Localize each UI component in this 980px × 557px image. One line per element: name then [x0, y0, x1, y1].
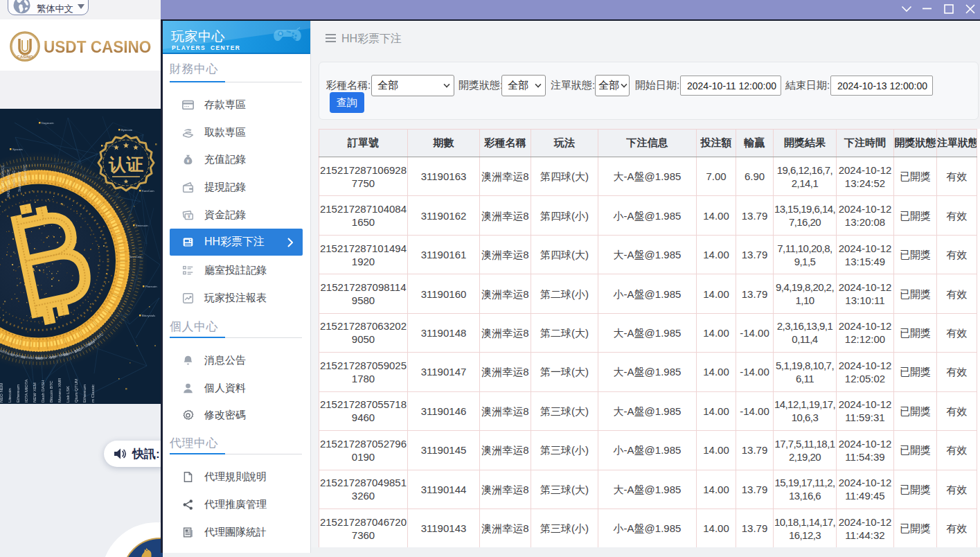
svg-text:Qtum QTUM: Qtum QTUM — [74, 379, 78, 403]
svg-text:KoreCoin: KoreCoin — [142, 189, 154, 193]
svg-text:Peercoin: Peercoin — [145, 285, 157, 288]
svg-text:Syscoin: Syscoin — [12, 148, 23, 151]
svg-text:Monero XMR: Monero XMR — [57, 378, 62, 403]
svg-text:¥: ¥ — [188, 214, 190, 219]
svg-text:认证: 认证 — [108, 154, 143, 174]
svg-text:IOTA MIOTA: IOTA MIOTA — [24, 380, 28, 403]
svg-text:CASINO: CASINO — [17, 55, 33, 59]
svg-text:Ethereum: Ethereum — [82, 384, 87, 403]
svg-text:Bitcrystals: Bitcrystals — [142, 314, 155, 317]
svg-text:m Classic: m Classic — [91, 384, 95, 403]
svg-text:Bitcoin BTC: Bitcoin BTC — [49, 380, 53, 403]
svg-text:Bytecoin: Bytecoin — [121, 128, 133, 132]
svg-text:Umbrel BTC: Umbrel BTC — [23, 164, 27, 184]
svg-text:NEW XEM: NEW XEM — [33, 382, 37, 403]
svg-text:StudioSTRAT: StudioSTRAT — [17, 171, 21, 192]
svg-text:MAESTRO ARDR: MAESTRO ARDR — [6, 170, 10, 197]
svg-text:Lisk LSK: Lisk LSK — [66, 386, 70, 403]
svg-text:Dogecoin: Dogecoin — [42, 121, 54, 125]
svg-text:Dash DASH: Dash DASH — [41, 380, 45, 403]
svg-text:¥: ¥ — [187, 158, 190, 163]
svg-text:BLOCKL WAVES: BLOCKL WAVES — [1, 165, 5, 192]
svg-text:NEO NEM: NEO NEM — [0, 383, 3, 403]
svg-text:Ethereum: Ethereum — [16, 384, 20, 403]
svg-text:Litecoin: Litecoin — [8, 388, 12, 403]
svg-text:tocks AVG: tocks AVG — [12, 170, 16, 186]
